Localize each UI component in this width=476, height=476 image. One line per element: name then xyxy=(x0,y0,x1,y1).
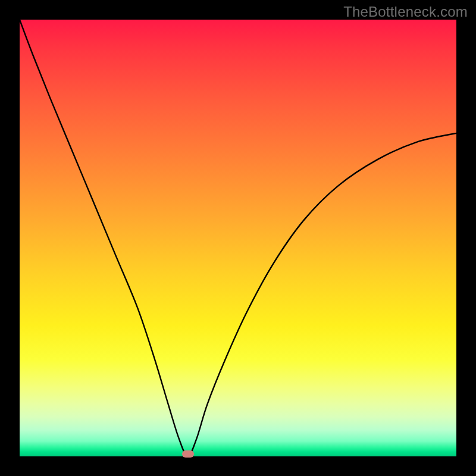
curve-path xyxy=(20,20,456,456)
bottleneck-curve xyxy=(20,20,456,456)
chart-frame: TheBottleneck.com xyxy=(0,0,476,476)
watermark-text: TheBottleneck.com xyxy=(343,4,468,20)
plot-area xyxy=(20,20,456,456)
minimum-marker xyxy=(182,450,194,458)
